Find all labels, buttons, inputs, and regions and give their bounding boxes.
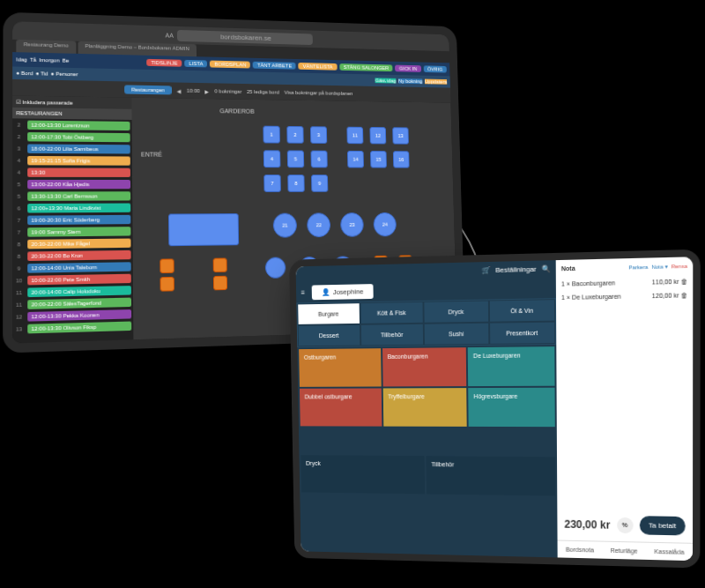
header-item[interactable]: Tå	[30, 57, 36, 63]
show-on-plan-check[interactable]: Visa bokningar på bordsplanen	[284, 90, 352, 96]
table-round[interactable]	[265, 257, 286, 278]
product-tile[interactable]: De Luxeburgaren	[467, 346, 555, 387]
note-link[interactable]: Nota ▾	[651, 264, 667, 270]
text-size[interactable]: AA	[166, 32, 174, 38]
search-icon[interactable]: 🔍	[542, 264, 551, 272]
reservation-row[interactable]: 513:00-22:00 Kåa Hjedis	[12, 178, 132, 190]
orders-label[interactable]: Beställningar	[495, 264, 536, 273]
table[interactable]: 16	[393, 151, 410, 167]
extra-tile[interactable]: Dryck	[300, 454, 426, 495]
table[interactable]: 11	[346, 127, 363, 145]
footer-link[interactable]: Bordsnota	[566, 547, 594, 554]
product-tile[interactable]: Tryffelburgare	[382, 387, 468, 428]
server-button[interactable]: 👤 Josephine	[311, 284, 374, 300]
category-tab[interactable]: Sushi	[424, 323, 489, 346]
person-icon: 👤	[322, 288, 330, 296]
table[interactable]: 1	[263, 126, 280, 144]
pay-button[interactable]: Ta betalt	[640, 516, 686, 535]
table-round[interactable]: 23	[340, 212, 364, 237]
server-name: Josephine	[333, 287, 364, 296]
next-time[interactable]: ▶	[205, 88, 210, 94]
table[interactable]: 7	[263, 175, 281, 192]
reservation-list: ☑ Inkludera passerade RESTAURANGEN 212:0…	[12, 95, 133, 343]
reservation-row[interactable]: 513:30-13:30 Carl Bernsson	[12, 190, 132, 202]
view-badge[interactable]: TIDSLINJE	[146, 59, 182, 67]
header-item[interactable]: Be	[63, 58, 70, 63]
total-amount: 230,00 kr	[564, 517, 610, 531]
action-button[interactable]: Gäst idag	[375, 78, 397, 83]
clear-link[interactable]: Rensa	[672, 264, 687, 270]
table[interactable]	[160, 258, 174, 273]
receipt-title: Nota	[561, 265, 575, 272]
reservation-row[interactable]: 413:30	[12, 166, 132, 178]
table[interactable]: 9	[311, 175, 328, 192]
reservation-row[interactable]: 1312:00-13:30 Olivson Fiksp	[12, 319, 133, 335]
url-bar[interactable]: bordsbokaren.se	[177, 29, 314, 44]
discount-button[interactable]: %	[617, 517, 633, 533]
product-grid: OstburgarenBaconburgarenDe LuxeburgarenD…	[297, 345, 557, 428]
table-large[interactable]	[168, 213, 239, 246]
table[interactable]: 15	[370, 151, 387, 167]
table[interactable]	[160, 277, 174, 292]
table-round[interactable]: 22	[307, 212, 330, 237]
filter-button[interactable]: ● Personer	[51, 71, 78, 78]
category-tab[interactable]: Kött & Fisk	[360, 301, 424, 324]
view-badge[interactable]: GICK IN	[395, 65, 421, 72]
table[interactable]: 4	[263, 150, 281, 167]
category-tab[interactable]: Dryck	[423, 300, 488, 323]
reservation-row[interactable]: 318:00-22:00 Lilia Samibeus	[12, 142, 132, 154]
view-badge[interactable]: STÅNG SALONGER	[339, 63, 393, 71]
product-tile[interactable]: Ostburgaren	[298, 347, 382, 388]
action-button[interactable]: Ny bokning	[398, 78, 422, 84]
table-round[interactable]: 24	[373, 212, 397, 237]
table[interactable]: 12	[369, 127, 386, 144]
table[interactable]: 6	[310, 151, 327, 168]
reservation-row[interactable]: 212:00-17:30 Tobi Östberg	[12, 130, 132, 143]
action-button[interactable]: Uppdatera	[425, 79, 447, 85]
view-badge[interactable]: TÄNT ARBETE	[253, 62, 296, 70]
table[interactable]: 14	[347, 151, 364, 168]
view-badge[interactable]: LISTA	[184, 60, 207, 68]
product-tile[interactable]: Baconburgaren	[382, 346, 468, 387]
category-tab[interactable]: Presentkort	[489, 322, 556, 345]
category-tab[interactable]: Dessert	[298, 324, 360, 346]
category-tab[interactable]: Burgare	[297, 302, 360, 325]
table[interactable]	[213, 276, 227, 291]
footer-link[interactable]: Kassalåda	[654, 548, 684, 555]
category-tab[interactable]: Öl & Vin	[488, 299, 555, 323]
header-item[interactable]: Idag	[16, 56, 26, 62]
extra-tile[interactable]: Tillbehör	[426, 455, 557, 496]
view-badge[interactable]: BORDSPLAN	[210, 61, 250, 69]
footer-link[interactable]: Returläge	[611, 547, 638, 555]
table-round[interactable]: 21	[273, 213, 297, 238]
filter-button[interactable]: ● Bord	[16, 71, 33, 77]
product-tile[interactable]: Högrevsburgare	[468, 387, 556, 428]
prev-time[interactable]: ◀	[177, 87, 182, 93]
reservation-row[interactable]: 612:00+13:30 Maria Lindkvist	[12, 201, 132, 213]
filter-button[interactable]: ● Tid	[36, 71, 48, 76]
table[interactable]: 5	[287, 150, 304, 167]
tab-1[interactable]: Restaurang Demo	[16, 40, 76, 54]
pos-tablet: 🛒 Beställningar 🔍 ≡ 👤 Josephine BurgareK…	[289, 249, 701, 569]
table[interactable]: 2	[286, 126, 303, 144]
menu-icon[interactable]: ≡	[301, 288, 306, 296]
category-tab[interactable]: Tillbehör	[360, 324, 424, 346]
reservation-row[interactable]: 419:15-21:15 Sofia Frigis	[12, 154, 132, 167]
receipt-item[interactable]: 1 × De Luxeburgaren120,00 kr 🗑	[556, 288, 693, 304]
view-badge[interactable]: ÖVRIG	[423, 65, 447, 72]
orders-icon[interactable]: 🛒	[481, 266, 490, 274]
reservation-row[interactable]: 719:00-20:30 Eric Söderberg	[12, 213, 132, 227]
table[interactable]	[213, 258, 227, 272]
product-tile[interactable]: Dubbel ostburgare	[299, 387, 382, 427]
reservation-row[interactable]: 212:00-13:30 Lorentzson	[12, 118, 132, 131]
header-item[interactable]: Imorgon	[39, 57, 59, 63]
bookings-count: 0 bokningar	[215, 88, 242, 93]
location-pill[interactable]: Restaurangen	[124, 85, 172, 94]
table[interactable]: 8	[287, 175, 305, 192]
zone-garderob: GARDEROB	[219, 108, 254, 114]
park-link[interactable]: Parkera	[628, 264, 648, 271]
view-badge[interactable]: VÄNTELISTA	[299, 63, 338, 71]
table[interactable]: 3	[310, 126, 327, 144]
table[interactable]: 13	[392, 127, 409, 144]
zone-entre: ENTRÉ	[141, 151, 162, 157]
